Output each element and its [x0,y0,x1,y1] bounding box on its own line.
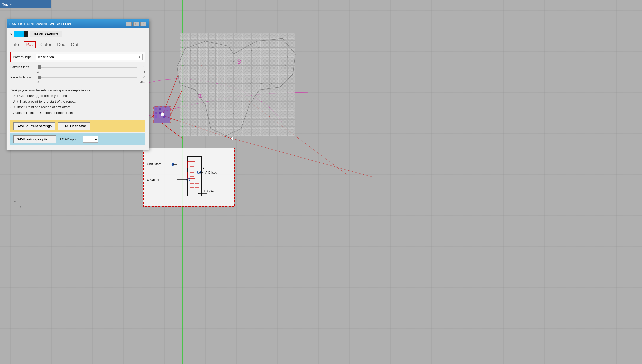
green-guide-line [182,0,183,364]
pattern-type-row: Pattern Type Tesselation Herringbone Bri… [10,52,145,62]
toolbar-row: > BAKE PAVERS [10,31,145,37]
svg-marker-57 [198,193,200,194]
color-swatch[interactable] [14,31,28,37]
pattern-steps-min: 2 [37,70,39,73]
pattern-type-select-wrapper: Tesselation Herringbone Brick Random Cus… [36,54,143,60]
v-offset-label: V-Offset [205,171,217,174]
paver-rotation-min: 0 [37,80,39,83]
tab-pav[interactable]: Pav [24,41,36,48]
load-last-button[interactable]: LOAD last save [58,122,90,130]
pattern-steps-max: 8 [144,70,145,73]
color-cyan-block [14,31,24,37]
dialog-controls: — □ ✕ [126,22,146,26]
tab-color[interactable]: Color [39,42,52,48]
desc-line5: - V Offset: Point of Direction of other … [10,110,145,116]
restore-button[interactable]: □ [133,22,139,26]
pattern-steps-range: 2 8 [10,70,145,73]
load-option-select-wrapper [83,136,98,143]
pattern-steps-row: Pattern Steps 2 [10,65,145,69]
paver-rotation-range: 0 359 [10,80,145,83]
paver-rotation-label: Paver Rotation [10,76,36,79]
close-button[interactable]: ✕ [140,22,146,26]
v-offset-arrow [203,166,213,170]
color-black-block [24,31,28,37]
tab-out[interactable]: Out [70,42,79,48]
dialog-titlebar: LAND KIT PRO PAVING WORKFLOW — □ ✕ [7,19,149,28]
desc-line1: Design your own tesselation using a few … [10,87,145,93]
u-offset-label: U-Offset [147,178,159,182]
unit-start-label: Unit Start [147,162,161,166]
pattern-steps-label: Pattern Steps [10,65,36,69]
tab-doc[interactable]: Doc [56,42,66,48]
unit-geo-arrow [198,192,208,196]
save-area-orange: SAVE current settings LOAD last save [10,120,145,132]
tabs-row: Info Pav Color Doc Out [10,41,145,48]
viewport-dropdown[interactable]: ▼ [10,3,12,6]
dialog-body: > BAKE PAVERS Info Pav Color Doc Out Pat… [7,28,149,150]
dialog-title: LAND KIT PRO PAVING WORKFLOW [9,22,71,26]
desc-line2: - Unit Geo: curve(s) to define your unit [10,93,145,99]
pattern-steps-track[interactable] [38,67,137,68]
dialog-window: LAND KIT PRO PAVING WORKFLOW — □ ✕ > BAK… [6,19,149,150]
description-text: Design your own tesselation using a few … [10,87,145,116]
tab-info[interactable]: Info [10,42,20,48]
load-option-select[interactable] [83,136,98,143]
pattern-type-select[interactable]: Tesselation Herringbone Brick Random Cus… [36,54,143,60]
save-current-button[interactable]: SAVE current settings [13,122,55,130]
paver-rotation-max: 359 [140,80,145,83]
viewport-label: Top [2,2,8,6]
desc-line4: - U Offset: Point of direction of first … [10,104,145,110]
bake-pavers-button[interactable]: BAKE PAVERS [30,31,62,37]
desc-line3: - Unit Start: a point for the start of t… [10,99,145,104]
paver-rotation-row: Paver Rotation 0 [10,76,145,79]
arrow-icon: > [10,32,12,36]
topbar: Top ▼ [0,0,51,8]
svg-marker-55 [203,167,205,169]
pattern-steps-thumb[interactable] [38,65,41,69]
pattern-type-label: Pattern Type [13,55,36,59]
save-area-blue: SAVE settings option... LOAD option: [10,133,145,145]
paver-rotation-thumb[interactable] [38,76,41,79]
load-option-label: LOAD option: [60,137,80,141]
paver-rotation-value: 0 [139,76,145,79]
minimize-button[interactable]: — [126,22,132,26]
save-option-button[interactable]: SAVE settings option... [13,135,56,143]
paver-rotation-track[interactable] [38,77,137,78]
pattern-steps-value: 2 [139,65,145,69]
